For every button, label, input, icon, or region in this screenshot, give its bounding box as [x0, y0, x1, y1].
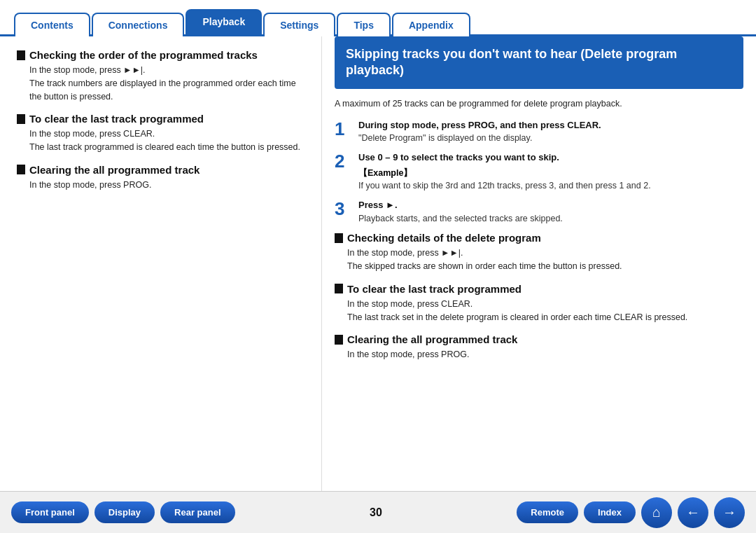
- step-1-title: During stop mode, press PROG, and then p…: [358, 119, 743, 132]
- forward-icon: →: [722, 504, 736, 520]
- tab-connections[interactable]: Connections: [92, 13, 185, 36]
- page-number: 30: [370, 506, 382, 519]
- main-content: Checking the order of the programmed tra…: [0, 36, 756, 491]
- right-section-checking-body: In the stop mode, press ►►|. The skipped…: [335, 247, 743, 273]
- step-2-example-text: If you want to skip the 3rd and 12th tra…: [358, 179, 743, 193]
- rear-panel-button[interactable]: Rear panel: [160, 501, 234, 523]
- display-button[interactable]: Display: [94, 501, 155, 523]
- step-2-num: 2: [335, 151, 351, 192]
- bottom-right-buttons: Remote Index ⌂ ← →: [517, 497, 745, 528]
- step-3-num: 3: [335, 199, 351, 225]
- home-icon: ⌂: [652, 504, 661, 520]
- section1-body: In the stop mode, press ►►|. The track n…: [17, 64, 307, 103]
- right-section-clearing-heading: Clearing the all programmed track: [335, 333, 743, 345]
- step-3-desc: Playback starts, and the selected tracks…: [358, 212, 743, 226]
- right-section-clear-heading: To clear the last track programmed: [335, 283, 743, 295]
- back-icon: ←: [686, 504, 700, 520]
- tab-appendix[interactable]: Appendix: [392, 13, 470, 36]
- step-1-desc: "Delete Program" is displayed on the dis…: [358, 132, 743, 145]
- step-2: 2 Use 0 – 9 to select the tracks you wan…: [335, 151, 743, 192]
- section1-heading: Checking the order of the programmed tra…: [17, 49, 307, 61]
- highlight-title: Skipping tracks you don't want to hear (…: [346, 46, 732, 79]
- step-1: 1 During stop mode, press PROG, and then…: [335, 119, 743, 145]
- section3-heading: Clearing the all programmed track: [17, 164, 307, 176]
- bottom-left-buttons: Front panel Display Rear panel: [11, 501, 235, 523]
- step-3-title: Press ►.: [358, 199, 743, 212]
- right-section-clearing-body: In the stop mode, press PROG.: [335, 348, 743, 361]
- step-2-title: Use 0 – 9 to select the tracks you want …: [358, 151, 743, 164]
- section2-heading: To clear the last track programmed: [17, 113, 307, 125]
- forward-button[interactable]: →: [714, 497, 745, 528]
- right-column: Skipping tracks you don't want to hear (…: [322, 36, 756, 491]
- section2-body: In the stop mode, press CLEAR. The last …: [17, 127, 307, 154]
- back-button[interactable]: ←: [678, 497, 708, 528]
- front-panel-button[interactable]: Front panel: [11, 501, 89, 523]
- right-section-clear-body: In the stop mode, press CLEAR. The last …: [335, 298, 743, 324]
- example-label: 【Example】: [358, 168, 412, 178]
- index-button[interactable]: Index: [584, 501, 636, 523]
- step-3: 3 Press ►. Playback starts, and the sele…: [335, 199, 743, 225]
- left-column: Checking the order of the programmed tra…: [0, 36, 322, 491]
- tab-playback[interactable]: Playback: [186, 9, 262, 34]
- step-2-example: 【Example】 If you want to skip the 3rd an…: [358, 167, 743, 193]
- section3-body: In the stop mode, press PROG.: [17, 179, 307, 192]
- highlight-header: Skipping tracks you don't want to hear (…: [335, 36, 743, 89]
- bottom-navigation: Front panel Display Rear panel 30 Remote…: [0, 491, 756, 533]
- home-button[interactable]: ⌂: [641, 497, 672, 528]
- tab-tips[interactable]: Tips: [337, 13, 391, 36]
- right-section-checking-heading: Checking details of the delete program: [335, 232, 743, 244]
- step-1-num: 1: [335, 119, 351, 145]
- remote-button[interactable]: Remote: [517, 501, 578, 523]
- tab-contents[interactable]: Contents: [14, 13, 90, 36]
- top-navigation: Contents Connections Playback Settings T…: [0, 0, 756, 36]
- tab-settings[interactable]: Settings: [263, 13, 335, 36]
- intro-text: A maximum of 25 tracks can be programmed…: [335, 97, 743, 111]
